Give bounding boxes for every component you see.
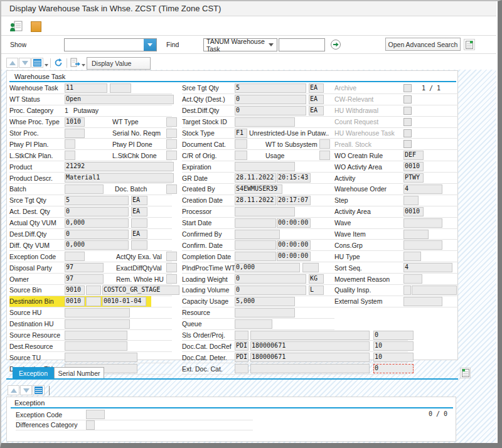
- field-input[interactable]: 5: [65, 196, 129, 205]
- field-input[interactable]: PDI: [235, 341, 248, 351]
- display-value-button[interactable]: Display Value: [87, 57, 151, 70]
- field-input[interactable]: [65, 319, 130, 329]
- field-input[interactable]: [65, 252, 85, 261]
- field-input[interactable]: COSTCO_GR_STAGE: [102, 285, 179, 295]
- table-settings-icon[interactable]: [460, 368, 471, 378]
- field-input[interactable]: [166, 184, 177, 194]
- field-input[interactable]: EA: [131, 230, 147, 239]
- field-input[interactable]: [403, 218, 442, 228]
- checkbox[interactable]: [403, 95, 412, 104]
- field-input[interactable]: [235, 252, 276, 261]
- refresh-icon[interactable]: [53, 58, 63, 68]
- field-input[interactable]: 21292: [65, 162, 174, 171]
- field-input[interactable]: [166, 263, 177, 272]
- search-settings-icon[interactable]: [464, 39, 475, 50]
- field-input[interactable]: 0: [235, 95, 306, 104]
- field-input[interactable]: 0010: [403, 207, 424, 216]
- go-search-icon[interactable]: [330, 39, 342, 51]
- field-input[interactable]: EA: [131, 196, 147, 205]
- field-input[interactable]: 28.11.2022: [235, 173, 276, 183]
- field-input[interactable]: 20:15:43: [277, 173, 311, 183]
- checkbox[interactable]: [403, 107, 412, 115]
- field-input[interactable]: F1: [235, 129, 247, 138]
- field-input[interactable]: 97: [65, 263, 104, 272]
- field-input[interactable]: 00:00:00: [277, 218, 311, 228]
- field-input[interactable]: [110, 83, 131, 93]
- checkbox[interactable]: [403, 140, 412, 148]
- field-input[interactable]: [403, 274, 422, 284]
- field-input[interactable]: S4EWMUSER39: [235, 184, 282, 194]
- field-input[interactable]: 180000671: [250, 353, 370, 362]
- field-input[interactable]: [166, 274, 177, 284]
- field-input[interactable]: 20:17:07: [277, 196, 311, 205]
- field-input[interactable]: [403, 240, 442, 250]
- field-input[interactable]: [65, 129, 85, 138]
- field-input[interactable]: [235, 331, 248, 340]
- field-input[interactable]: [235, 240, 276, 250]
- field-input[interactable]: [235, 230, 280, 239]
- field-input[interactable]: [235, 308, 295, 317]
- field-input[interactable]: 5,000: [235, 297, 295, 306]
- field-input[interactable]: [403, 230, 429, 239]
- find-category-dropdown[interactable]: TANUM Warehouse Task: [203, 38, 277, 51]
- field-input[interactable]: [65, 341, 127, 351]
- checkbox[interactable]: [403, 118, 412, 126]
- field-input[interactable]: PDI: [235, 353, 248, 362]
- orange-folder-icon[interactable]: [31, 21, 41, 32]
- person-document-icon[interactable]: [9, 21, 23, 33]
- field-input[interactable]: [235, 364, 248, 373]
- field-input[interactable]: 28.11.2022: [235, 196, 276, 205]
- field-input[interactable]: DEF: [403, 151, 424, 160]
- dropdown-caret-icon[interactable]: [82, 64, 85, 67]
- field-input[interactable]: [86, 297, 101, 306]
- exception-scroll-up-button[interactable]: [8, 385, 19, 395]
- field-input[interactable]: 0: [65, 230, 129, 239]
- field-input[interactable]: [65, 308, 130, 317]
- field-input[interactable]: [403, 285, 411, 295]
- field-input[interactable]: EA: [309, 95, 324, 104]
- checkbox[interactable]: [403, 129, 412, 137]
- field-input[interactable]: [235, 319, 272, 329]
- field-input[interactable]: 0: [235, 106, 306, 115]
- field-input[interactable]: 0: [373, 364, 414, 373]
- tab-serial-number[interactable]: Serial Number: [54, 367, 104, 379]
- field-input[interactable]: [65, 184, 104, 194]
- checkbox[interactable]: [403, 84, 412, 92]
- field-input[interactable]: 0010: [65, 297, 85, 306]
- field-input[interactable]: 4: [403, 184, 442, 194]
- field-input[interactable]: [65, 139, 75, 149]
- field-input[interactable]: [319, 139, 330, 149]
- field-input[interactable]: 0,000: [65, 218, 129, 228]
- show-dropdown[interactable]: [64, 38, 157, 51]
- field-input[interactable]: [166, 252, 177, 261]
- field-input[interactable]: [319, 151, 330, 160]
- open-advanced-search-button[interactable]: Open Advanced Search: [385, 38, 461, 51]
- field-input[interactable]: [65, 151, 75, 160]
- exception-scroll-down-button[interactable]: [20, 385, 32, 395]
- tab-exception[interactable]: Exception: [13, 367, 54, 379]
- field-input[interactable]: 00:00:00: [277, 240, 311, 250]
- field-input[interactable]: 0: [235, 285, 306, 295]
- field-input[interactable]: 0,000: [235, 263, 300, 272]
- find-input[interactable]: [279, 38, 325, 51]
- field-input[interactable]: 0: [235, 274, 306, 284]
- scroll-down-button[interactable]: [19, 58, 31, 68]
- field-input[interactable]: 0,000: [65, 240, 129, 250]
- field-input[interactable]: EA: [309, 83, 324, 93]
- field-input[interactable]: 4: [403, 263, 452, 272]
- field-input[interactable]: [235, 207, 295, 216]
- field-input[interactable]: [131, 240, 147, 250]
- transfer-icon[interactable]: [70, 58, 81, 68]
- field-input[interactable]: [166, 151, 177, 160]
- field-input[interactable]: [86, 420, 95, 430]
- field-input[interactable]: [166, 129, 177, 138]
- field-input[interactable]: [235, 139, 247, 149]
- field-input[interactable]: 0: [373, 331, 414, 340]
- field-input[interactable]: [250, 331, 370, 340]
- field-input[interactable]: 97: [65, 274, 104, 284]
- field-input[interactable]: [131, 218, 147, 228]
- field-input[interactable]: 10: [373, 353, 414, 362]
- field-input[interactable]: [65, 353, 137, 362]
- field-input[interactable]: [235, 151, 247, 160]
- field-input[interactable]: 0010-01-04: [102, 297, 146, 306]
